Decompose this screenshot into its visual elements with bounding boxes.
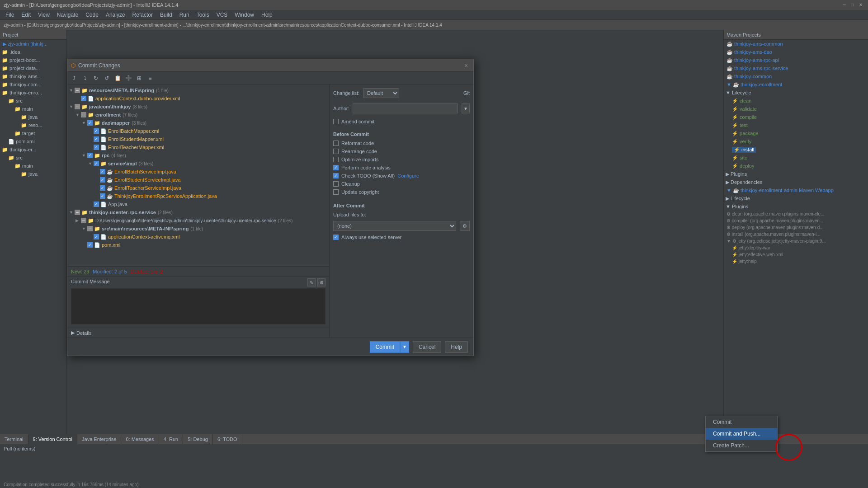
commit-msg-btn-1[interactable]: ✎ — [307, 278, 316, 286]
checkbox-enroll-batch-mapper[interactable]: ✓ — [94, 128, 99, 134]
checkbox-update-copyright[interactable] — [333, 189, 339, 195]
tree-item-meta-inf[interactable]: ▼ ─ 📁 resources\META-INF\spring (1 file) — [67, 86, 329, 94]
tree-item-enroll-batch-mapper[interactable]: ✓ 📄 EnrollBatchMapper.xml — [67, 127, 329, 135]
maven-test[interactable]: ⚡ test — [724, 121, 868, 129]
tree-item-full-path[interactable]: ▶ ─ 📁 D:\Users\gengsongbo\IdeaProjects\z… — [67, 216, 329, 225]
toolbar-btn-3[interactable]: ↻ — [91, 73, 101, 83]
sidebar-src[interactable]: 📁 src — [0, 97, 66, 105]
details-toggle[interactable]: ▶ Details — [71, 330, 326, 336]
maven-package[interactable]: ⚡ package — [724, 129, 868, 137]
maven-plugins2[interactable]: ▼ Plugins — [724, 202, 868, 211]
checkbox-rpc[interactable]: ✓ — [87, 153, 93, 158]
checkbox-enroll-teacher-service-impl[interactable]: ✓ — [100, 185, 105, 191]
toolbar-btn-7[interactable]: ⊞ — [134, 73, 144, 83]
checkbox-enroll-teacher-mapper[interactable]: ✓ — [94, 145, 99, 150]
tab-run[interactable]: 4: Run — [159, 434, 183, 444]
maven-lifecycle2[interactable]: ▶ Lifecycle — [724, 194, 868, 202]
menu-navigate[interactable]: Navigate — [53, 11, 82, 19]
tree-item-rpc[interactable]: ▼ ✓ 📁 rpc (4 files) — [67, 151, 329, 160]
tab-java-enterprise[interactable]: Java Enterprise — [77, 434, 121, 444]
commit-msg-btn-2[interactable]: ⚙ — [317, 278, 326, 286]
checkbox-spring-inner[interactable]: ─ — [87, 226, 93, 231]
sidebar-project-boot[interactable]: 📁 project-boot... — [0, 56, 66, 64]
commit-dropdown-arrow[interactable]: ▼ — [400, 341, 409, 353]
tree-item-enroll-batch-service-impl[interactable]: ✓ ☕ EnrollBatchServiceImpl.java — [67, 168, 329, 176]
checkbox-pom-xml[interactable]: ✓ — [87, 242, 93, 248]
toolbar-btn-2[interactable]: ⤵ — [80, 73, 90, 83]
sidebar-java[interactable]: 📁 java — [0, 113, 66, 121]
maven-thinkjoy-ams-dao[interactable]: ☕ thinkjoy-ams-dao — [724, 48, 868, 56]
close-btn[interactable]: ✕ — [859, 2, 864, 8]
amend-checkbox[interactable] — [333, 119, 339, 124]
menu-file[interactable]: File — [2, 11, 18, 19]
checkbox-check-todo[interactable]: ✓ — [333, 173, 339, 178]
toolbar-btn-6[interactable]: ➕ — [123, 73, 133, 83]
sidebar-thinkjoy-ams[interactable]: 📁 thinkjoy-ams... — [0, 72, 66, 80]
sidebar-project-data[interactable]: 📁 project-data... — [0, 64, 66, 72]
tree-item-spring-inner[interactable]: ▼ ─ 📁 src\main\resources\META-INF\spring… — [67, 225, 329, 233]
cancel-button[interactable]: Cancel — [413, 341, 441, 353]
sidebar-thinkjoy-com[interactable]: 📁 thinkjoy-com... — [0, 80, 66, 89]
sidebar-zjy-admin[interactable]: ▶ zjy-admin [thinkj... — [0, 40, 66, 48]
checkbox-cleanup[interactable] — [333, 181, 339, 187]
tab-debug[interactable]: 5: Debug — [183, 434, 213, 444]
tree-item-enrollment[interactable]: ▼ ─ 📁 enrollment (7 files) — [67, 111, 329, 119]
toolbar-btn-5[interactable]: 📋 — [113, 73, 123, 83]
tree-item-ucenter-rpc[interactable]: ▼ ─ 📁 thinkjoy-ucenter-rpc-service (2 fi… — [67, 208, 329, 216]
dialog-close-button[interactable]: × — [462, 62, 470, 69]
checkbox-meta-inf[interactable]: ─ — [75, 88, 80, 93]
checkbox-app-java[interactable]: ✓ — [94, 202, 99, 207]
commit-main-button[interactable]: Commit — [370, 341, 400, 353]
checkbox-thinkjoy-app[interactable]: ✓ — [100, 193, 105, 199]
maven-dependencies[interactable]: ▶ Dependencies — [724, 178, 868, 186]
menu-tools[interactable]: Tools — [193, 11, 213, 19]
checkbox-java-thinkjoy[interactable]: ─ — [75, 104, 80, 109]
tree-item-thinkjoy-app[interactable]: ✓ ☕ ThinkjoyEnrollmentRpcServiceApplicat… — [67, 192, 329, 200]
maven-lifecycle[interactable]: ▼ Lifecycle — [724, 89, 868, 97]
checkbox-enroll-student-service-impl[interactable]: ✓ — [100, 177, 105, 183]
checkbox-dao-mapper[interactable]: ✓ — [87, 120, 93, 126]
maven-thinkjoy-ams-rpc-service[interactable]: ☕ thinkjoy-ams-rpc-service — [724, 64, 868, 72]
tree-item-enroll-teacher-service-impl[interactable]: ✓ ☕ EnrollTeacherServiceImpl.java — [67, 184, 329, 192]
checkbox-ucenter-rpc[interactable]: ─ — [75, 210, 80, 215]
tree-item-java-thinkjoy[interactable]: ▼ ─ 📁 java\com\thinkjoy (8 files) — [67, 103, 329, 111]
sidebar-java2[interactable]: 📁 java — [0, 170, 66, 178]
maven-validate[interactable]: ⚡ validate — [724, 105, 868, 113]
checkbox-enroll-batch-service-impl[interactable]: ✓ — [100, 169, 105, 174]
menu-help[interactable]: Help — [258, 11, 276, 19]
checkbox-enrollment[interactable]: ─ — [81, 112, 86, 117]
maven-deploy[interactable]: ⚡ deploy — [724, 162, 868, 170]
maximize-btn[interactable]: □ — [851, 2, 856, 8]
toolbar-btn-1[interactable]: ⤴ — [69, 73, 79, 83]
menu-vcs[interactable]: VCS — [213, 11, 231, 19]
checkbox-rearrange[interactable] — [333, 149, 339, 154]
checkbox-always-use-server[interactable]: ✓ — [333, 235, 339, 240]
menu-analyze[interactable]: Analyze — [102, 11, 129, 19]
menu-build[interactable]: Build — [156, 11, 176, 19]
sidebar-target[interactable]: 📁 target — [0, 129, 66, 137]
sidebar-main[interactable]: 📁 main — [0, 105, 66, 113]
checkbox-optimize[interactable] — [333, 157, 339, 162]
maven-clean[interactable]: ⚡ clean — [724, 97, 868, 105]
checkbox-full-path[interactable]: ─ — [81, 218, 86, 223]
dropdown-item-commit-push[interactable]: Commit and Push... — [706, 428, 777, 440]
toolbar-btn-8[interactable]: ≡ — [145, 73, 155, 83]
tree-item-app-java[interactable]: ✓ 📄 App.java — [67, 200, 329, 208]
tree-item-pom-xml[interactable]: ✓ 📄 pom.xml — [67, 241, 329, 249]
window-controls[interactable]: ─ □ ✕ — [843, 2, 864, 8]
menu-run[interactable]: Run — [176, 11, 193, 19]
tab-version-control[interactable]: 9: Version Control — [28, 434, 77, 444]
menu-code[interactable]: Code — [82, 11, 102, 19]
sidebar-src2[interactable]: 📁 src — [0, 154, 66, 162]
tab-todo[interactable]: 6: TODO — [213, 434, 242, 444]
tree-item-service-impl[interactable]: ▼ ✓ 📁 service\impl (3 files) — [67, 160, 329, 168]
dropdown-item-commit[interactable]: Commit — [706, 416, 777, 428]
sidebar-idea[interactable]: 📁 .idea — [0, 48, 66, 56]
maven-compile[interactable]: ⚡ compile — [724, 113, 868, 121]
checkbox-code-analysis[interactable]: ✓ — [333, 165, 339, 170]
maven-site[interactable]: ⚡ site — [724, 154, 868, 162]
maven-thinkjoy-ams-rpc-api[interactable]: ☕ thinkjoy-ams-rpc-api — [724, 56, 868, 64]
sidebar-thinkjoy-enro[interactable]: 📁 thinkjoy-enro... — [0, 89, 66, 97]
maven-verify[interactable]: ⚡ verify — [724, 137, 868, 145]
menu-refactor[interactable]: Refactor — [129, 11, 156, 19]
